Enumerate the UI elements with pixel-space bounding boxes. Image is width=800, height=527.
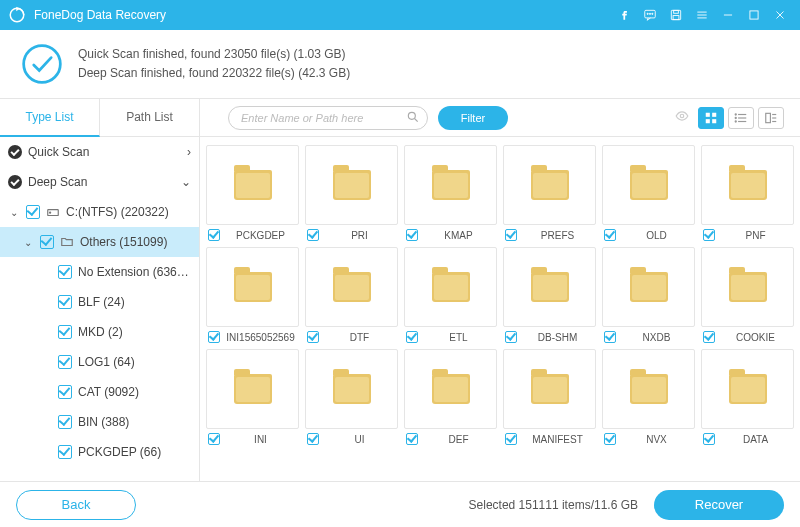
view-detail-icon[interactable] [758,107,784,129]
svg-rect-21 [712,112,716,116]
checkbox[interactable] [58,445,72,459]
recover-button[interactable]: Recover [654,490,784,520]
folder-thumb [701,247,794,327]
checkbox[interactable] [58,415,72,429]
search-input[interactable] [228,106,428,130]
sidebar-quick-scan[interactable]: Quick Scan › [0,137,199,167]
grid-item[interactable]: PNF [701,145,794,241]
sidebar-label: BIN (388) [78,415,191,429]
grid-item[interactable]: PCKGDEP [206,145,299,241]
checkbox[interactable] [604,331,616,343]
sidebar-item[interactable]: BLF (24) [0,287,199,317]
tab-path-list[interactable]: Path List [100,99,200,137]
checkbox[interactable] [40,235,54,249]
file-grid: PCKGDEPPRIKMAPPREFSOLDPNFINI1565052569DT… [200,137,800,481]
folder-icon [630,272,668,302]
checkbox[interactable] [406,229,418,241]
grid-item[interactable]: NVX [602,349,695,445]
grid-item[interactable]: DB-SHM [503,247,596,343]
app-logo-icon [8,6,26,24]
caret-down-icon: ⌄ [8,207,20,218]
view-list-icon[interactable] [728,107,754,129]
facebook-icon[interactable] [612,3,636,27]
footer: Back Selected 151111 items/11.6 GB Recov… [0,481,800,527]
checkbox[interactable] [604,229,616,241]
close-icon[interactable] [768,3,792,27]
item-name: INI1565052569 [224,332,297,343]
item-name: PRI [323,230,396,241]
grid-item[interactable]: UI [305,349,398,445]
grid-item[interactable]: OLD [602,145,695,241]
grid-item[interactable]: INI1565052569 [206,247,299,343]
sidebar-item[interactable]: CAT (9092) [0,377,199,407]
checkbox[interactable] [208,433,220,445]
sidebar-item[interactable]: BIN (388) [0,407,199,437]
svg-point-27 [735,113,736,114]
checkbox[interactable] [307,433,319,445]
minimize-icon[interactable] [716,3,740,27]
grid-item[interactable]: ETL [404,247,497,343]
item-name: MANIFEST [521,434,594,445]
checkbox[interactable] [406,331,418,343]
folder-thumb [503,349,596,429]
checkbox[interactable] [26,205,40,219]
checkbox[interactable] [208,331,220,343]
folder-icon [432,374,470,404]
grid-item[interactable]: KMAP [404,145,497,241]
checkbox[interactable] [604,433,616,445]
folder-thumb [305,349,398,429]
grid-item[interactable]: COOKIE [701,247,794,343]
checkbox[interactable] [505,433,517,445]
svg-point-29 [735,120,736,121]
folder-thumb [206,349,299,429]
feedback-icon[interactable] [638,3,662,27]
item-name: NVX [620,434,693,445]
deep-scan-summary: Deep Scan finished, found 220322 file(s)… [78,64,350,83]
checkbox[interactable] [505,229,517,241]
preview-toggle-icon[interactable] [672,109,692,126]
checkbox[interactable] [58,355,72,369]
save-icon[interactable] [664,3,688,27]
checkbox[interactable] [208,229,220,241]
folder-icon [432,272,470,302]
checkbox[interactable] [703,433,715,445]
search-icon[interactable] [406,110,420,127]
tab-type-list[interactable]: Type List [0,99,100,137]
sidebar-deep-scan[interactable]: Deep Scan ⌄ [0,167,199,197]
grid-item[interactable]: DEF [404,349,497,445]
item-name: DTF [323,332,396,343]
sidebar-item[interactable]: MKD (2) [0,317,199,347]
sidebar-drive[interactable]: ⌄ C:(NTFS) (220322) [0,197,199,227]
checkbox[interactable] [307,331,319,343]
sidebar-label: C:(NTFS) (220322) [66,205,191,219]
checkbox[interactable] [58,385,72,399]
checkbox[interactable] [307,229,319,241]
sidebar-item[interactable]: No Extension (63614) [0,257,199,287]
filter-button[interactable]: Filter [438,106,508,130]
grid-item[interactable]: DATA [701,349,794,445]
view-grid-icon[interactable] [698,107,724,129]
grid-item[interactable]: INI [206,349,299,445]
grid-item[interactable]: DTF [305,247,398,343]
grid-item[interactable]: PRI [305,145,398,241]
checkbox[interactable] [58,265,72,279]
sidebar-others[interactable]: ⌄ Others (151099) [0,227,199,257]
menu-icon[interactable] [690,3,714,27]
checkbox[interactable] [505,331,517,343]
maximize-icon[interactable] [742,3,766,27]
app-title: FoneDog Data Recovery [34,8,610,22]
folder-icon [729,374,767,404]
sidebar-item[interactable]: LOG1 (64) [0,347,199,377]
grid-item[interactable]: MANIFEST [503,349,596,445]
grid-item[interactable]: NXDB [602,247,695,343]
sidebar-item[interactable]: PCKGDEP (66) [0,437,199,467]
checkbox[interactable] [58,295,72,309]
checkbox[interactable] [58,325,72,339]
checkbox[interactable] [406,433,418,445]
grid-item[interactable]: PREFS [503,145,596,241]
checkbox[interactable] [703,229,715,241]
checkbox[interactable] [703,331,715,343]
folder-icon [60,235,76,249]
back-button[interactable]: Back [16,490,136,520]
check-dot-icon [8,175,22,189]
